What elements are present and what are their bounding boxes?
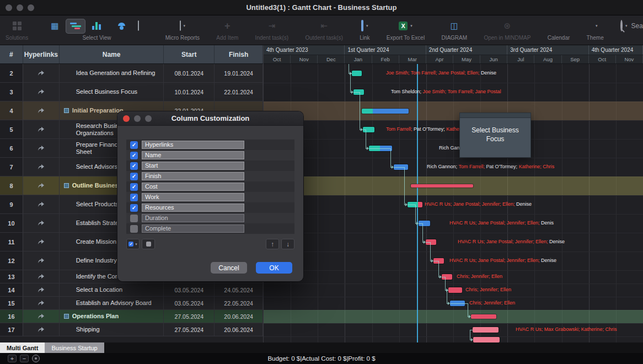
duration-checkbox[interactable] <box>130 215 138 222</box>
col-header-finish[interactable]: Finish <box>215 45 263 63</box>
check-all-button[interactable]: ✓▾ <box>126 239 140 249</box>
dependency-line <box>468 303 468 317</box>
hyperlink-cell[interactable] <box>23 176 60 195</box>
hyperlink-cell[interactable] <box>23 270 60 283</box>
table-row-16[interactable]: 16Operations Plan27.05.202420.06.2024 <box>0 310 263 323</box>
window-title: Untitled3(1) : Gantt Chart - Business St… <box>246 3 396 12</box>
cancel-button[interactable]: Cancel <box>211 262 247 274</box>
table-row-15[interactable]: 15Establish an Advisory Board03.05.20242… <box>0 297 263 310</box>
table-view-button[interactable]: ▦ <box>45 19 65 34</box>
column-name-field[interactable]: Work <box>142 193 244 201</box>
window-titlebar[interactable]: Untitled3(1) : Gantt Chart - Business St… <box>0 0 643 15</box>
column-name-field[interactable]: Duration <box>142 214 244 222</box>
hyperlink-cell[interactable] <box>23 195 60 213</box>
zoom-button[interactable] <box>28 4 34 11</box>
hyperlink-cell[interactable] <box>23 158 60 176</box>
dialog-column-row-start[interactable]: ✓Start <box>126 160 294 171</box>
toolbar-item-theme[interactable]: ▾Theme <box>587 18 604 41</box>
tab-multi-gantt[interactable]: Multi Gantt <box>0 342 45 353</box>
collapse-icon[interactable] <box>64 314 69 319</box>
column-name-field[interactable]: Resources <box>142 204 244 212</box>
column-name-field[interactable]: Finish <box>142 172 244 180</box>
zoom-out-button[interactable]: − <box>20 355 29 362</box>
complete-checkbox[interactable] <box>130 225 138 233</box>
gantt-bar-row-17[interactable] <box>473 327 499 333</box>
collapse-icon[interactable] <box>64 108 69 113</box>
ok-button[interactable]: OK <box>256 262 292 274</box>
dialog-minimize-button[interactable] <box>134 115 141 122</box>
finish-checkbox[interactable]: ✓ <box>130 173 138 180</box>
dialog-zoom-button[interactable] <box>145 115 152 122</box>
table-row-2[interactable]: 2Idea Generation and Refining08.01.20241… <box>0 64 263 83</box>
dialog-column-row-hyperlinks[interactable]: ✓Hyperlinks <box>126 140 294 150</box>
move-up-button[interactable]: ↑ <box>266 239 279 249</box>
hyperlink-cell[interactable] <box>23 251 60 270</box>
col-header-hyperlinks[interactable]: Hyperlinks <box>23 45 60 63</box>
chart-view-button[interactable] <box>87 19 106 34</box>
month-label: Mar <box>399 55 426 63</box>
hyperlink-cell[interactable] <box>23 101 60 120</box>
dialog-column-row-complete[interactable]: Complete <box>126 223 294 234</box>
tab-business-startup[interactable]: Business Startup <box>45 342 104 353</box>
column-name-field[interactable]: Cost <box>142 183 244 191</box>
start-checkbox[interactable]: ✓ <box>130 162 138 170</box>
hyperlink-cell[interactable] <box>23 83 60 101</box>
collapse-icon[interactable] <box>64 183 69 188</box>
dialog-column-row-duration[interactable]: Duration <box>126 213 294 223</box>
hyperlink-cell[interactable] <box>23 139 60 157</box>
close-button[interactable] <box>6 4 12 11</box>
column-name-field[interactable]: Complete <box>142 224 244 233</box>
gantt-bar-row-18[interactable] <box>473 337 500 342</box>
hyperlink-cell[interactable] <box>23 323 60 336</box>
dialog-titlebar[interactable]: Column Customization <box>117 111 303 126</box>
fit-view-button[interactable] <box>32 355 40 362</box>
minimize-button[interactable] <box>17 4 23 11</box>
toolbar-item-search[interactable]: ▾Sea <box>620 18 643 34</box>
hyperlinks-checkbox[interactable]: ✓ <box>130 141 138 149</box>
dialog-column-row-finish[interactable]: ✓Finish <box>126 171 294 181</box>
column-name-field[interactable]: Hyperlinks <box>142 141 244 149</box>
col-header-start[interactable]: Start <box>164 45 215 63</box>
dialog-close-button[interactable] <box>123 115 130 122</box>
toolbar-item-diagram[interactable]: ◫DIAGRAM <box>441 18 467 41</box>
work-checkbox[interactable]: ✓ <box>130 194 138 201</box>
hyperlink-cell[interactable] <box>23 64 60 82</box>
dialog-column-row-work[interactable]: ✓Work <box>126 192 294 202</box>
gantt-bar-row-14[interactable] <box>448 287 462 293</box>
move-down-button[interactable]: ↓ <box>281 239 294 249</box>
hyperlink-cell[interactable] <box>23 120 60 138</box>
table-row-17[interactable]: 17Shipping27.05.202420.06.2024 <box>0 323 263 336</box>
dialog-column-row-cost[interactable]: ✓Cost <box>126 181 294 192</box>
gantt-bar-row-2[interactable] <box>352 71 362 76</box>
zoom-in-button[interactable]: + <box>8 355 17 362</box>
hyperlink-cell[interactable] <box>23 214 60 232</box>
dialog-column-row-name[interactable]: ✓Name <box>126 150 294 160</box>
column-name-field[interactable]: Start <box>142 162 244 170</box>
hyperlink-cell[interactable] <box>23 233 60 251</box>
table-row-3[interactable]: 3Select Business Focus10.01.202422.01.20… <box>0 83 263 101</box>
col-header-num[interactable]: # <box>0 45 23 63</box>
name-checkbox[interactable]: ✓ <box>130 152 138 159</box>
gantt-bar-row-4[interactable] <box>362 109 409 114</box>
toolbar-item-micro-reports[interactable]: ▾Micro Reports <box>165 18 200 41</box>
hyperlink-cell[interactable] <box>23 310 60 323</box>
uncheck-all-button[interactable] <box>142 239 155 249</box>
gantt-bar-row-8[interactable] <box>411 184 473 188</box>
hyperlink-cell[interactable] <box>23 297 60 309</box>
toolbar-item-link[interactable]: ▾Link <box>360 18 369 41</box>
column-name-field[interactable]: Name <box>142 151 244 159</box>
gantt-view-button[interactable] <box>66 19 85 34</box>
gantt-bar-row-16[interactable] <box>471 314 496 319</box>
col-header-name[interactable]: Name <box>60 45 164 63</box>
search-label: Sea <box>631 22 643 30</box>
toolbar-item-calendar[interactable]: Calendar <box>548 18 570 41</box>
hyperlink-cell[interactable] <box>23 283 60 296</box>
resources-checkbox[interactable]: ✓ <box>130 204 138 212</box>
resource-view-button[interactable] <box>108 19 127 34</box>
dependency-line <box>426 242 430 243</box>
report-view-button[interactable] <box>128 19 148 34</box>
cost-checkbox[interactable]: ✓ <box>130 183 138 191</box>
dialog-column-row-resources[interactable]: ✓Resources <box>126 202 294 213</box>
table-row-14[interactable]: 14Select a Location03.05.202424.05.2024 <box>0 283 263 297</box>
toolbar-item-export-to-excel[interactable]: X▾Export To Excel <box>387 18 425 41</box>
